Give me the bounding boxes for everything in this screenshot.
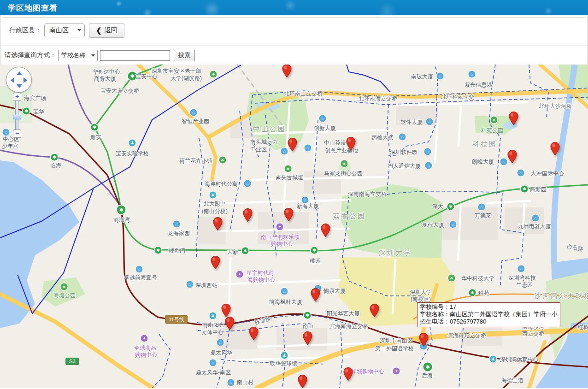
tree-poi-icon: ♣ xyxy=(285,165,292,172)
district-select[interactable]: 南山区 xyxy=(44,24,85,37)
school-marker[interactable] xyxy=(370,304,379,318)
shop-poi-icon: ✦ xyxy=(141,335,148,342)
shop-poi-icon: ✦ xyxy=(236,271,243,278)
bld-poi-icon: ⌂ xyxy=(136,266,143,273)
zoom-out-button[interactable]: − xyxy=(13,130,21,138)
pan-left-icon[interactable] xyxy=(11,77,14,83)
bld-poi-icon: ⌂ xyxy=(187,281,194,288)
tree-poi-icon: ♣ xyxy=(491,117,498,124)
metro-poi-icon: ✱ xyxy=(521,186,528,193)
pan-right-icon[interactable] xyxy=(24,77,27,83)
metro-poi-icon: ✱ xyxy=(23,108,30,115)
school-marker[interactable] xyxy=(507,150,517,164)
school-marker[interactable] xyxy=(321,224,330,237)
bld-poi-icon: ⌂ xyxy=(532,215,539,222)
tree-poi-icon: ♣ xyxy=(448,275,455,282)
school-marker[interactable] xyxy=(211,256,220,270)
bld-poi-icon: ⌂ xyxy=(437,73,444,80)
back-button-label: 返回 xyxy=(105,26,118,35)
app-header: 学区地图查看 xyxy=(0,0,588,15)
sport-poi-icon: ♟ xyxy=(490,356,497,363)
tree-poi-icon: ♣ xyxy=(219,157,226,164)
sport-poi-icon: ♟ xyxy=(210,312,217,319)
school-info-tooltip: 学校编号：17学校名称：南山区第二外国语学校（集团）学府一小招生电话：07526… xyxy=(417,302,560,327)
bld-poi-icon: ⌂ xyxy=(426,118,433,125)
district-panel: 行政区县： 南山区 ❮ 返回 xyxy=(0,15,588,46)
bld-poi-icon: ⌂ xyxy=(3,129,10,136)
road-badge: 11号线 xyxy=(165,315,188,324)
search-bar: 请选择查询方式： 学校名称 搜索 xyxy=(0,46,588,65)
chevron-left-icon: ❮ xyxy=(96,26,102,35)
bld-poi-icon: ⌂ xyxy=(228,379,235,386)
map-zoom-control: + − xyxy=(13,93,21,138)
sport-poi-icon: ♟ xyxy=(129,140,136,147)
school-marker[interactable] xyxy=(225,317,235,330)
tree-poi-icon: ♣ xyxy=(341,160,348,167)
school-marker[interactable] xyxy=(346,137,356,151)
metro-poi-icon: ✱ xyxy=(469,289,476,296)
bld-poi-icon: ⌂ xyxy=(217,339,224,346)
district-select-value: 南山区 xyxy=(49,26,69,35)
zoom-in-button[interactable]: + xyxy=(13,93,21,101)
metro-poi-icon: ✱ xyxy=(304,312,311,319)
map-canvas[interactable]: 宝安中心华创达中心商务大厦深圳市宝安区老干部大学(湖滨路)宝安大道立交桥南玻大厦… xyxy=(0,65,588,388)
school-marker[interactable] xyxy=(282,65,292,78)
bld-poi-icon: ⌂ xyxy=(305,145,312,152)
hub-poi-icon: ✱ xyxy=(117,206,126,214)
school-marker[interactable] xyxy=(550,142,560,156)
bld-poi-icon: ⌂ xyxy=(399,134,406,141)
back-button[interactable]: ❮ 返回 xyxy=(89,23,124,38)
road-badge: S3 xyxy=(65,358,79,365)
search-method-select[interactable]: 学校名称 xyxy=(58,50,98,61)
school-marker[interactable] xyxy=(288,138,297,152)
school-marker[interactable] xyxy=(509,112,518,125)
metro-poi-icon: ✱ xyxy=(447,203,454,210)
school-marker[interactable] xyxy=(249,327,259,341)
school-marker[interactable] xyxy=(303,331,312,345)
bld-poi-icon: ⌂ xyxy=(281,288,288,295)
pan-up-icon[interactable] xyxy=(17,71,22,75)
school-marker[interactable] xyxy=(298,375,307,388)
map-pan-control[interactable] xyxy=(6,67,32,93)
bld-poi-icon: ⌂ xyxy=(190,109,197,116)
school-marker[interactable] xyxy=(311,288,320,302)
school-marker[interactable] xyxy=(243,208,253,222)
school-marker[interactable] xyxy=(213,217,223,231)
school-marker[interactable] xyxy=(284,208,294,222)
search-button[interactable]: 搜索 xyxy=(174,50,195,61)
hub-poi-icon: ✱ xyxy=(128,72,137,81)
zoom-slider-handle[interactable] xyxy=(13,115,21,119)
tooltip-line: 学校编号：17 xyxy=(420,303,558,311)
search-input[interactable] xyxy=(100,50,170,61)
sport-poi-icon: ♟ xyxy=(210,192,217,199)
school-marker[interactable] xyxy=(343,367,353,381)
bld-poi-icon: ⌂ xyxy=(424,148,431,155)
hub-poi-icon: ✱ xyxy=(423,363,432,371)
metro-poi-icon: ✱ xyxy=(51,154,58,161)
sport-poi-icon: ♟ xyxy=(281,352,288,359)
bld-poi-icon: ⌂ xyxy=(518,265,525,272)
school-marker[interactable] xyxy=(221,304,231,318)
bld-poi-icon: ⌂ xyxy=(319,115,326,122)
bld-poi-icon: ⌂ xyxy=(478,204,485,211)
school-marker[interactable] xyxy=(419,333,429,347)
tree-poi-icon: ♣ xyxy=(61,283,68,290)
chevron-down-icon xyxy=(91,54,95,57)
bld-poi-icon: ⌂ xyxy=(302,197,309,204)
district-label: 行政区县： xyxy=(9,26,41,35)
bld-poi-icon: ⌂ xyxy=(450,221,457,228)
pan-down-icon[interactable] xyxy=(17,84,22,88)
shop-poi-icon: ✦ xyxy=(393,368,400,375)
page-title: 学区地图查看 xyxy=(0,0,588,13)
search-method-label: 请选择查询方式： xyxy=(5,51,56,59)
bld-poi-icon: ⌂ xyxy=(517,170,524,177)
bld-poi-icon: ⌂ xyxy=(244,180,251,187)
tooltip-line: 学校名称：南山区第二外国语学校（集团）学府一小 xyxy=(420,311,558,318)
bld-poi-icon: ⌂ xyxy=(210,360,217,366)
map-tiles xyxy=(0,65,588,388)
metro-poi-icon: ✱ xyxy=(311,247,318,254)
metro-poi-icon: ✱ xyxy=(155,247,162,254)
metro-poi-icon: ✱ xyxy=(91,124,98,131)
metro-poi-icon: ✱ xyxy=(242,248,249,254)
bld-poi-icon: ⌂ xyxy=(500,159,507,165)
